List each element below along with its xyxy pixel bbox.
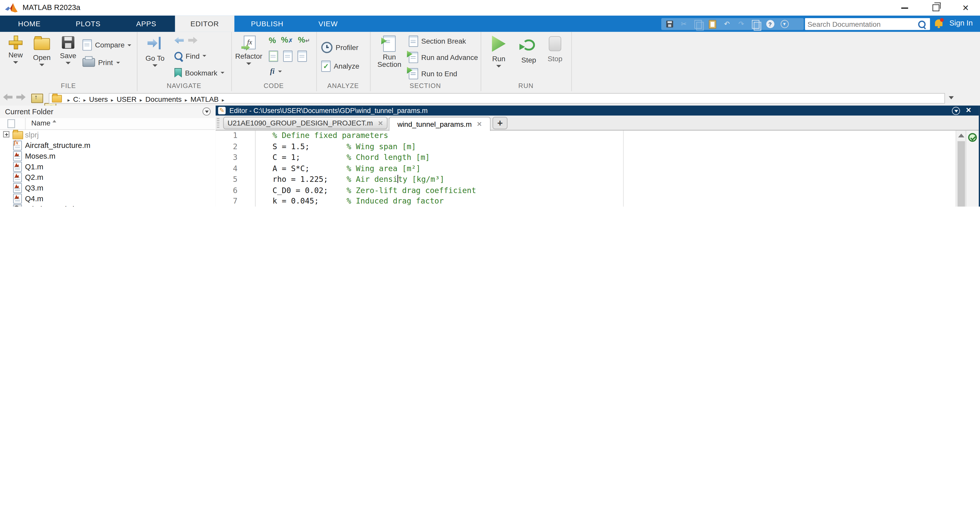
smart-indent-icon[interactable] xyxy=(269,51,278,62)
close-button[interactable]: ✕ xyxy=(955,0,976,16)
code-line-4[interactable]: 4A = S*C; % Wing area [m²] xyxy=(216,163,953,174)
file-item-slprj[interactable]: slprj xyxy=(0,129,215,140)
code-line-3[interactable]: 3C = 1; % Chord length [m] xyxy=(216,152,953,163)
ribbon-tab-view[interactable]: VIEW xyxy=(300,16,356,32)
print-dropdown-caret xyxy=(116,62,120,63)
code-editor[interactable]: 1% Define fixed parameters2S = 1.5; % Wi… xyxy=(216,130,979,206)
editor-close-icon[interactable]: ✕ xyxy=(966,106,972,114)
code-line-1[interactable]: 1% Define fixed parameters xyxy=(216,130,953,141)
file-item-q2-m[interactable]: Q2.m xyxy=(0,171,215,182)
scroll-up-icon[interactable] xyxy=(958,134,964,138)
ribbon-tab-home[interactable]: HOME xyxy=(0,16,59,32)
wrap-comments-icon[interactable]: %↵ xyxy=(298,36,310,45)
tab-close-icon[interactable]: ✕ xyxy=(378,120,383,127)
profiler-button[interactable]: Profiler xyxy=(321,42,359,53)
compare-dropdown-caret xyxy=(127,44,131,46)
compare-button[interactable]: Compare xyxy=(83,39,131,51)
find-icon xyxy=(174,52,183,60)
run-to-end-button[interactable]: Run to End xyxy=(409,68,457,79)
scrollbar-thumb[interactable] xyxy=(958,141,965,206)
editor-pencil-icon: ✎ xyxy=(218,107,226,114)
search-icon[interactable] xyxy=(918,21,926,28)
code-line-5[interactable]: 5rho = 1.225; % Air density [kg/m³] xyxy=(216,174,953,185)
run-and-advance-button[interactable]: Run and Advance xyxy=(409,52,478,63)
tab-grip-handle[interactable] xyxy=(217,118,220,128)
expand-icon[interactable] xyxy=(3,131,9,137)
breadcrumb[interactable]: ▸C:▸Users▸USER▸Documents▸MATLAB▸ xyxy=(49,93,945,104)
code-line-2[interactable]: 2S = 1.5; % Wing span [m] xyxy=(216,141,953,152)
save-icon[interactable] xyxy=(665,20,674,28)
current-folder-menu-icon[interactable] xyxy=(202,107,210,116)
tab-wind-tunnel-params[interactable]: wind_tunnel_params.m✕ xyxy=(389,117,490,131)
restore-button[interactable] xyxy=(925,0,946,16)
file-item-moses-m[interactable]: Moses.m xyxy=(0,151,215,161)
open-icon xyxy=(34,38,50,50)
tab-u21ae1090-group-design-project[interactable]: U21AE1090_GROUP_DESIGN_PROJECT.m✕ xyxy=(223,117,387,129)
current-folder-panel: Current Folder Name slprjAircraft_struct… xyxy=(0,106,216,206)
find-button[interactable]: Find xyxy=(174,52,207,60)
editor-scrollbar[interactable] xyxy=(956,130,966,206)
notification-bell-icon[interactable] xyxy=(935,19,942,26)
code-line-6[interactable]: 6C_D0 = 0.02; % Zero-lift drag coefficie… xyxy=(216,185,953,196)
run-button[interactable]: Run xyxy=(487,35,511,68)
history-back-icon[interactable] xyxy=(3,94,13,100)
open-button[interactable]: Open xyxy=(30,35,54,66)
back-button[interactable] xyxy=(174,37,184,44)
print-button[interactable]: Print xyxy=(83,58,120,67)
history-forward-icon[interactable] xyxy=(16,94,26,100)
refactor-button[interactable]: fx Refactor xyxy=(234,35,264,65)
step-button[interactable]: Step xyxy=(517,35,541,64)
matlab-window: MATLAB R2023a ✕ HOMEPLOTSAPPSEDITORPUBLI… xyxy=(0,0,980,206)
goto-button[interactable]: Go To xyxy=(142,35,168,67)
file-item-q4-m[interactable]: Q4.m xyxy=(0,193,215,204)
editor-title-bar[interactable]: ✎ Editor - C:\Users\USER\Documents\GDP\w… xyxy=(216,106,979,116)
tab-close-icon[interactable]: ✕ xyxy=(477,121,482,127)
analyzer-ok-icon[interactable] xyxy=(968,133,977,142)
analyze-button[interactable]: ✓ Analyze xyxy=(321,61,360,72)
indent-left-icon[interactable] xyxy=(298,51,307,62)
profiler-icon xyxy=(321,42,332,53)
breadcrumb-item-users[interactable]: Users xyxy=(88,95,109,103)
file-item-q1-m[interactable]: Q1.m xyxy=(0,161,215,172)
search-input[interactable] xyxy=(805,21,918,28)
help-icon[interactable]: ? xyxy=(765,20,774,28)
search-box[interactable] xyxy=(805,18,930,30)
breadcrumb-item-matlab[interactable]: MATLAB xyxy=(189,95,220,103)
undo-icon[interactable]: ↶ xyxy=(722,20,731,28)
sign-in-link[interactable]: Sign In xyxy=(950,19,973,27)
path-dropdown-caret[interactable] xyxy=(949,96,954,99)
new-button[interactable]: New xyxy=(4,35,27,64)
editor-menu-icon[interactable] xyxy=(952,107,960,115)
goto-dropdown-caret xyxy=(153,64,158,67)
bookmark-button[interactable]: Bookmark xyxy=(174,68,224,78)
uncomment-icon[interactable]: %✗ xyxy=(281,36,293,45)
save-button[interactable]: Save xyxy=(56,35,80,65)
stop-icon xyxy=(549,36,561,51)
section-break-button[interactable]: Section Break xyxy=(409,36,466,47)
breadcrumb-item-user[interactable]: USER xyxy=(115,95,138,103)
name-column-header[interactable]: Name xyxy=(31,119,50,127)
file-item-q3-m[interactable]: Q3.m xyxy=(0,182,215,193)
indent-right-icon[interactable] xyxy=(283,51,293,62)
new-tab-button[interactable]: + xyxy=(493,117,508,129)
breadcrumb-item-c[interactable]: C: xyxy=(72,95,82,103)
paste-icon[interactable] xyxy=(708,20,717,28)
code-format-button[interactable]: fi xyxy=(270,67,282,76)
dropdown-icon[interactable]: ▼ xyxy=(780,20,789,28)
ribbon-tab-plots[interactable]: PLOTS xyxy=(59,16,118,32)
file-list-column-header[interactable]: Name xyxy=(0,118,215,130)
minimize-button[interactable] xyxy=(894,0,915,16)
run-section-button[interactable]: Run Section xyxy=(375,35,404,68)
current-folder-header: Current Folder xyxy=(0,106,215,119)
ribbon-tab-apps[interactable]: APPS xyxy=(118,16,175,32)
breadcrumb-item-documents[interactable]: Documents xyxy=(144,95,183,103)
comment-icon[interactable]: % xyxy=(269,36,276,44)
fi-icon: fi xyxy=(270,67,275,76)
switch-window-icon[interactable] xyxy=(751,20,760,28)
up-one-level-icon[interactable] xyxy=(31,94,43,103)
file-item-wind-tunnel-slxc[interactable]: Wind_tunnel.slxc xyxy=(0,203,215,206)
ribbon-tab-editor[interactable]: EDITOR xyxy=(175,16,234,32)
code-line-7[interactable]: 7k = 0.045; % Induced drag factor xyxy=(216,196,953,206)
ribbon-tab-publish[interactable]: PUBLISH xyxy=(234,16,300,32)
file-item-aircraft-structure-m[interactable]: Aircraft_structure.m xyxy=(0,140,215,151)
